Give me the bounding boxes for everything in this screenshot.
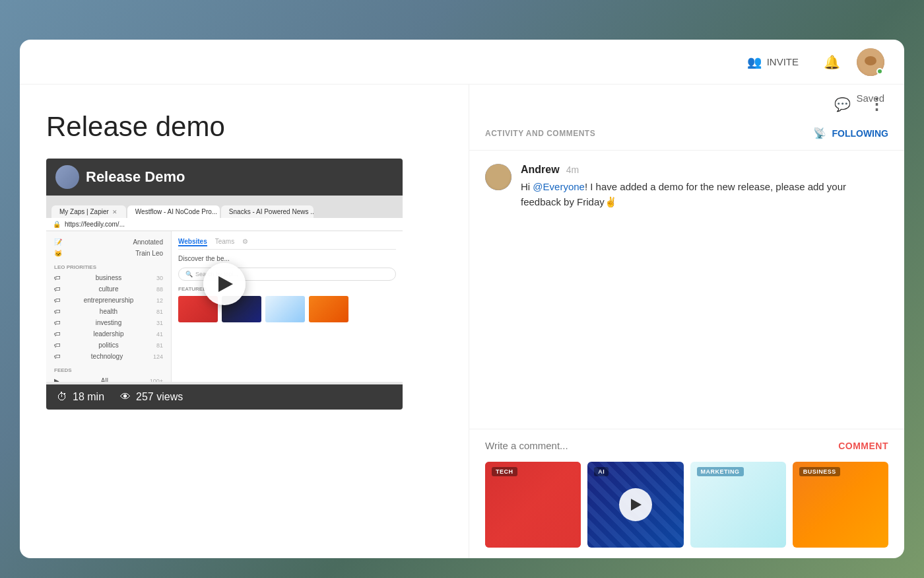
browser-nav-tabs: Websites Teams ⚙ [178, 238, 396, 250]
duration-value: 18 min [73, 391, 104, 403]
video-user-avatar [55, 165, 79, 189]
content-area: Release demo Release Demo My Zaps | Zapi… [20, 85, 904, 558]
comment-block: Andrew 4m Hi @Everyone! I have added a d… [485, 164, 888, 209]
featured-business [309, 296, 348, 322]
bottom-img-tech-label: Tech [492, 467, 517, 476]
activity-title: ACTIVITY AND COMMENTS [485, 129, 595, 138]
activity-header: ACTIVITY AND COMMENTS 📡 FOLLOWING [469, 116, 904, 151]
notification-bell[interactable]: 🔔 [820, 50, 843, 74]
video-container: Release Demo My Zaps | Zapier ✕ Westflow… [46, 159, 403, 410]
url-text: https://feedily.com/... [65, 221, 125, 228]
comment-mention: @Everyone [533, 181, 585, 192]
browser-main-content: Websites Teams ⚙ Discover the be... 🔍 Se… [172, 231, 403, 382]
comment-input-area: COMMENT [469, 429, 904, 462]
header: 👥 INVITE 🔔 [20, 40, 904, 85]
browser-content: 📝Annotated 🐱Train Leo LEO PRIORITIES 🏷bu… [46, 231, 403, 382]
sidebar-section-feeds: FEEDS [46, 362, 171, 375]
online-indicator [876, 68, 883, 75]
chat-icon-btn[interactable]: 💬 [830, 92, 854, 116]
comment-author-line: Andrew 4m [521, 164, 888, 176]
bottom-img-marketing: Marketing [690, 462, 786, 548]
browser-sidebar: 📝Annotated 🐱Train Leo LEO PRIORITIES 🏷bu… [46, 231, 172, 382]
bottom-images-row: Tech AI Marketing Business [469, 462, 904, 558]
bottom-play-button[interactable] [619, 488, 652, 521]
invite-label: INVITE [767, 56, 799, 67]
bottom-play-icon [631, 499, 642, 511]
tab-label-1: My Zaps | Zapier [59, 208, 109, 215]
video-stats-bar: ⏱ 18 min 👁 257 views [46, 384, 403, 410]
comment-time: 4m [566, 164, 579, 175]
views-stat: 👁 257 views [120, 391, 183, 403]
tab-close-1[interactable]: ✕ [112, 209, 118, 215]
header-actions: 👥 INVITE 🔔 [739, 48, 884, 76]
commenter-face [485, 164, 512, 190]
following-label: FOLLOWING [832, 128, 888, 139]
bottom-img-tech: Tech [485, 462, 581, 548]
sidebar-politics: 🏷politics 81 [46, 340, 171, 351]
sidebar-investing: 🏷investing 31 [46, 317, 171, 328]
invite-button[interactable]: 👥 INVITE [739, 51, 807, 73]
sidebar-train-leo: 🐱Train Leo [46, 248, 171, 259]
sidebar-entrepreneurship: 🏷entrepreneurship 12 [46, 295, 171, 306]
duration-stat: ⏱ 18 min [57, 391, 104, 403]
comment-body: Andrew 4m Hi @Everyone! I have added a d… [521, 164, 888, 209]
tab-label-3: Snacks - AI Powered News ... [229, 208, 314, 215]
user-avatar[interactable] [857, 48, 884, 76]
discover-text: Discover the be... [178, 255, 396, 262]
search-icon: 🔍 [185, 271, 193, 277]
comment-submit-button[interactable]: COMMENT [838, 441, 888, 451]
sidebar-technology: 🏷technology 124 [46, 351, 171, 362]
video-title-bar: Release Demo [46, 159, 403, 196]
browser-url-bar: 🔒 https://feedily.com/... [46, 218, 403, 231]
nav-more[interactable]: ⚙ [242, 238, 248, 246]
bottom-img-marketing-label: Marketing [697, 467, 744, 476]
rss-icon: 📡 [813, 127, 826, 139]
more-options-btn[interactable]: ⋮ [865, 92, 888, 116]
nav-tab-websites[interactable]: Websites [178, 238, 207, 246]
sidebar-health: 🏷health 81 [46, 306, 171, 317]
sidebar-leadership: 🏷leadership 41 [46, 328, 171, 340]
commenter-avatar [485, 164, 512, 190]
bottom-img-ai-label: AI [594, 467, 609, 476]
browser-tabs: My Zaps | Zapier ✕ Westflow - AI NoCode … [46, 196, 403, 218]
browser-tab-1[interactable]: My Zaps | Zapier ✕ [51, 205, 126, 218]
main-card: 👥 INVITE 🔔 Saved Release demo Re [20, 40, 904, 558]
browser-tab-2[interactable]: Westflow - AI NoCode Pro... ✕ [127, 205, 220, 218]
bottom-img-ai: AI [587, 462, 683, 548]
comment-text-before: Hi [521, 181, 533, 192]
activity-content: Andrew 4m Hi @Everyone! I have added a d… [469, 151, 904, 429]
clock-icon: ⏱ [57, 391, 67, 403]
invite-icon: 👥 [747, 55, 762, 69]
video-title-text: Release Demo [86, 168, 185, 186]
views-value: 257 views [136, 391, 183, 403]
sidebar-culture: 🏷culture 88 [46, 283, 171, 295]
sidebar-section-leo: LEO PRIORITIES [46, 259, 171, 272]
right-header-icons: 💬 ⋮ [469, 85, 904, 116]
featured-marketing [265, 296, 305, 322]
nav-tab-teams[interactable]: Teams [215, 238, 234, 246]
browser-tab-3[interactable]: Snacks - AI Powered News ... ✕ [221, 205, 314, 218]
right-panel: 💬 ⋮ ACTIVITY AND COMMENTS 📡 FOLLOWING [469, 85, 904, 558]
left-panel: Release demo Release Demo My Zaps | Zapi… [20, 85, 469, 558]
comment-text: Hi @Everyone! I have added a demo for th… [521, 180, 888, 209]
eye-icon: 👁 [120, 391, 131, 403]
page-title: Release demo [46, 111, 449, 143]
following-button[interactable]: 📡 FOLLOWING [813, 127, 888, 139]
tab-label-2: Westflow - AI NoCode Pro... [135, 208, 217, 215]
play-button[interactable] [203, 263, 246, 305]
bottom-img-business-label: Business [799, 467, 840, 476]
sidebar-business: 🏷business 30 [46, 272, 171, 283]
comment-input[interactable] [485, 440, 838, 451]
sidebar-annotated: 📝Annotated [46, 236, 171, 248]
play-icon [218, 276, 233, 292]
sidebar-all: ▶All 100+ [46, 375, 171, 382]
comment-author: Andrew [521, 164, 560, 176]
bottom-img-business: Business [793, 462, 888, 548]
